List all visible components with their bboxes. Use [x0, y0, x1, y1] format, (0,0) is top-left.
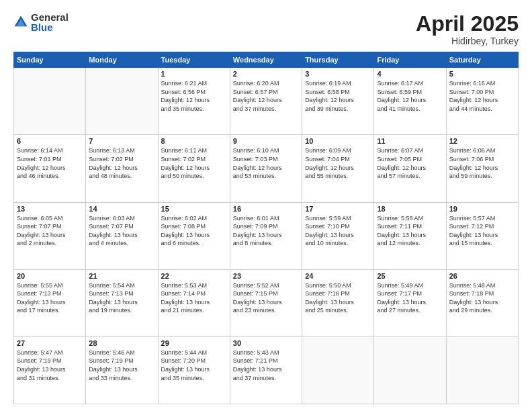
col-thursday: Thursday — [302, 52, 374, 68]
day-info: Sunrise: 6:11 AM Sunset: 7:02 PM Dayligh… — [161, 146, 227, 180]
day-number: 16 — [233, 205, 299, 213]
day-number: 30 — [233, 339, 299, 347]
col-wednesday: Wednesday — [230, 52, 302, 68]
day-number: 5 — [449, 70, 515, 78]
day-number: 22 — [161, 272, 227, 280]
day-number: 18 — [377, 205, 443, 213]
day-number: 11 — [377, 137, 443, 145]
calendar-week-row: 20Sunrise: 5:55 AM Sunset: 7:13 PM Dayli… — [14, 269, 519, 336]
day-number: 10 — [305, 137, 371, 145]
table-row: 14Sunrise: 6:03 AM Sunset: 7:07 PM Dayli… — [86, 202, 158, 269]
day-info: Sunrise: 5:57 AM Sunset: 7:12 PM Dayligh… — [449, 214, 515, 248]
table-row: 26Sunrise: 5:48 AM Sunset: 7:18 PM Dayli… — [446, 269, 518, 336]
day-number: 25 — [377, 272, 443, 280]
page: General Blue April 2025 Hidirbey, Turkey… — [0, 0, 532, 411]
day-info: Sunrise: 6:14 AM Sunset: 7:01 PM Dayligh… — [17, 146, 83, 180]
day-info: Sunrise: 6:20 AM Sunset: 6:57 PM Dayligh… — [233, 79, 299, 113]
table-row: 7Sunrise: 6:13 AM Sunset: 7:02 PM Daylig… — [86, 135, 158, 202]
day-info: Sunrise: 5:50 AM Sunset: 7:16 PM Dayligh… — [305, 281, 371, 315]
calendar-week-row: 6Sunrise: 6:14 AM Sunset: 7:01 PM Daylig… — [14, 135, 519, 202]
calendar-week-row: 1Sunrise: 6:21 AM Sunset: 6:56 PM Daylig… — [14, 68, 519, 135]
table-row: 24Sunrise: 5:50 AM Sunset: 7:16 PM Dayli… — [302, 269, 374, 336]
calendar-week-row: 27Sunrise: 5:47 AM Sunset: 7:19 PM Dayli… — [14, 336, 519, 404]
day-info: Sunrise: 6:10 AM Sunset: 7:03 PM Dayligh… — [233, 146, 299, 180]
day-info: Sunrise: 5:47 AM Sunset: 7:19 PM Dayligh… — [17, 349, 83, 382]
table-row: 2Sunrise: 6:20 AM Sunset: 6:57 PM Daylig… — [230, 68, 302, 135]
day-number: 15 — [161, 205, 227, 213]
day-number: 23 — [233, 272, 299, 280]
day-number: 8 — [161, 137, 227, 145]
day-info: Sunrise: 5:53 AM Sunset: 7:14 PM Dayligh… — [161, 281, 227, 315]
table-row: 4Sunrise: 6:17 AM Sunset: 6:59 PM Daylig… — [374, 68, 446, 135]
logo-general: General — [31, 12, 69, 22]
table-row: 9Sunrise: 6:10 AM Sunset: 7:03 PM Daylig… — [230, 135, 302, 202]
table-row: 8Sunrise: 6:11 AM Sunset: 7:02 PM Daylig… — [158, 135, 230, 202]
day-number: 28 — [89, 339, 154, 347]
col-sunday: Sunday — [14, 52, 86, 68]
day-info: Sunrise: 5:59 AM Sunset: 7:10 PM Dayligh… — [305, 214, 371, 248]
table-row: 16Sunrise: 6:01 AM Sunset: 7:09 PM Dayli… — [230, 202, 302, 269]
table-row: 25Sunrise: 5:49 AM Sunset: 7:17 PM Dayli… — [374, 269, 446, 336]
calendar-week-row: 13Sunrise: 6:05 AM Sunset: 7:07 PM Dayli… — [14, 202, 519, 269]
day-number: 27 — [17, 339, 83, 347]
calendar: Sunday Monday Tuesday Wednesday Thursday… — [13, 52, 519, 404]
day-number: 7 — [89, 137, 154, 145]
col-friday: Friday — [374, 52, 446, 68]
day-number: 13 — [17, 205, 83, 213]
day-info: Sunrise: 6:01 AM Sunset: 7:09 PM Dayligh… — [233, 214, 299, 248]
table-row: 15Sunrise: 6:02 AM Sunset: 7:08 PM Dayli… — [158, 202, 230, 269]
day-info: Sunrise: 5:55 AM Sunset: 7:13 PM Dayligh… — [17, 281, 83, 315]
day-info: Sunrise: 5:48 AM Sunset: 7:18 PM Dayligh… — [449, 281, 515, 315]
day-info: Sunrise: 5:49 AM Sunset: 7:17 PM Dayligh… — [377, 281, 443, 315]
day-number: 12 — [449, 137, 515, 145]
day-info: Sunrise: 6:16 AM Sunset: 7:00 PM Dayligh… — [449, 79, 515, 113]
table-row: 17Sunrise: 5:59 AM Sunset: 7:10 PM Dayli… — [302, 202, 374, 269]
table-row: 28Sunrise: 5:46 AM Sunset: 7:19 PM Dayli… — [86, 336, 158, 404]
col-tuesday: Tuesday — [158, 52, 230, 68]
day-number: 19 — [449, 205, 515, 213]
table-row — [302, 336, 374, 404]
day-info: Sunrise: 6:21 AM Sunset: 6:56 PM Dayligh… — [161, 79, 227, 113]
day-number: 6 — [17, 137, 83, 145]
day-number: 20 — [17, 272, 83, 280]
table-row: 29Sunrise: 5:44 AM Sunset: 7:20 PM Dayli… — [158, 336, 230, 404]
day-info: Sunrise: 5:44 AM Sunset: 7:20 PM Dayligh… — [161, 349, 227, 382]
col-saturday: Saturday — [446, 52, 518, 68]
table-row — [374, 336, 446, 404]
day-info: Sunrise: 5:54 AM Sunset: 7:13 PM Dayligh… — [89, 281, 154, 315]
day-number: 9 — [233, 137, 299, 145]
logo-text: General Blue — [31, 12, 69, 32]
day-info: Sunrise: 5:46 AM Sunset: 7:19 PM Dayligh… — [89, 349, 154, 382]
logo: General Blue — [13, 12, 69, 32]
day-number: 3 — [305, 70, 371, 78]
logo-blue: Blue — [31, 22, 69, 32]
table-row: 13Sunrise: 6:05 AM Sunset: 7:07 PM Dayli… — [14, 202, 86, 269]
day-info: Sunrise: 6:05 AM Sunset: 7:07 PM Dayligh… — [17, 214, 83, 248]
day-number: 24 — [305, 272, 371, 280]
day-info: Sunrise: 6:09 AM Sunset: 7:04 PM Dayligh… — [305, 146, 371, 180]
logo-icon — [13, 15, 28, 30]
day-info: Sunrise: 6:07 AM Sunset: 7:05 PM Dayligh… — [377, 146, 443, 180]
day-info: Sunrise: 6:13 AM Sunset: 7:02 PM Dayligh… — [89, 146, 154, 180]
day-info: Sunrise: 6:19 AM Sunset: 6:58 PM Dayligh… — [305, 79, 371, 113]
table-row: 6Sunrise: 6:14 AM Sunset: 7:01 PM Daylig… — [14, 135, 86, 202]
title-block: April 2025 Hidirbey, Turkey — [416, 12, 519, 46]
day-info: Sunrise: 5:52 AM Sunset: 7:15 PM Dayligh… — [233, 281, 299, 315]
table-row: 12Sunrise: 6:06 AM Sunset: 7:06 PM Dayli… — [446, 135, 518, 202]
day-info: Sunrise: 5:58 AM Sunset: 7:11 PM Dayligh… — [377, 214, 443, 248]
day-number: 2 — [233, 70, 299, 78]
table-row: 23Sunrise: 5:52 AM Sunset: 7:15 PM Dayli… — [230, 269, 302, 336]
day-number: 21 — [89, 272, 154, 280]
table-row: 27Sunrise: 5:47 AM Sunset: 7:19 PM Dayli… — [14, 336, 86, 404]
table-row: 21Sunrise: 5:54 AM Sunset: 7:13 PM Dayli… — [86, 269, 158, 336]
table-row: 30Sunrise: 5:43 AM Sunset: 7:21 PM Dayli… — [230, 336, 302, 404]
day-number: 4 — [377, 70, 443, 78]
day-info: Sunrise: 6:06 AM Sunset: 7:06 PM Dayligh… — [449, 146, 515, 180]
day-number: 26 — [449, 272, 515, 280]
day-number: 14 — [89, 205, 154, 213]
col-monday: Monday — [86, 52, 158, 68]
weekday-header-row: Sunday Monday Tuesday Wednesday Thursday… — [14, 52, 519, 68]
table-row: 20Sunrise: 5:55 AM Sunset: 7:13 PM Dayli… — [14, 269, 86, 336]
table-row — [86, 68, 158, 135]
table-row: 22Sunrise: 5:53 AM Sunset: 7:14 PM Dayli… — [158, 269, 230, 336]
